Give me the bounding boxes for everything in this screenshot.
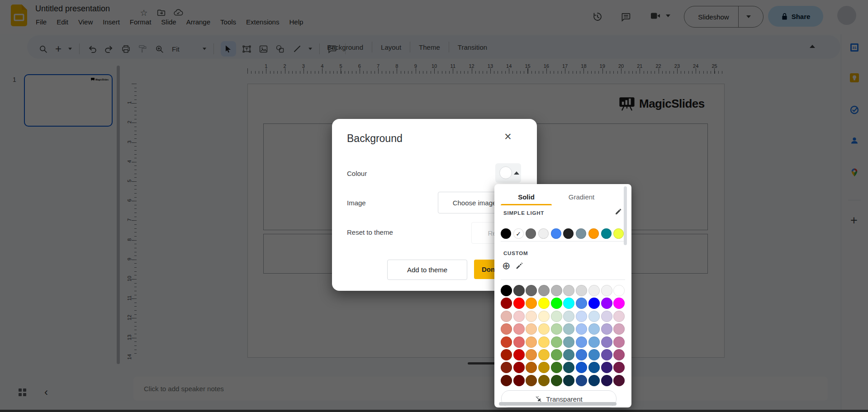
- palette-color-swatch[interactable]: [551, 323, 562, 335]
- palette-color-swatch[interactable]: [526, 311, 537, 322]
- palette-color-swatch[interactable]: [538, 298, 550, 309]
- palette-color-swatch[interactable]: [563, 349, 574, 360]
- theme-color-swatch[interactable]: [538, 228, 549, 239]
- palette-color-swatch[interactable]: [576, 298, 587, 309]
- palette-color-swatch[interactable]: [601, 311, 612, 322]
- theme-color-swatch[interactable]: [501, 228, 511, 239]
- palette-color-swatch[interactable]: [501, 311, 512, 322]
- palette-color-swatch[interactable]: [551, 375, 562, 386]
- palette-color-swatch[interactable]: [538, 323, 550, 335]
- palette-color-swatch[interactable]: [613, 298, 625, 309]
- theme-color-swatch[interactable]: [601, 228, 612, 239]
- palette-color-swatch[interactable]: [526, 349, 537, 360]
- palette-color-swatch[interactable]: [613, 285, 625, 296]
- palette-color-swatch[interactable]: [588, 285, 600, 296]
- palette-color-swatch[interactable]: [501, 336, 512, 348]
- palette-color-swatch[interactable]: [538, 311, 550, 322]
- palette-color-swatch[interactable]: [551, 285, 562, 296]
- palette-color-swatch[interactable]: [588, 311, 600, 322]
- picker-h-scrollbar[interactable]: [499, 402, 617, 406]
- palette-color-swatch[interactable]: [551, 349, 562, 360]
- palette-color-swatch[interactable]: [563, 311, 574, 322]
- palette-color-swatch[interactable]: [563, 298, 574, 309]
- palette-color-swatch[interactable]: [501, 323, 512, 335]
- palette-color-swatch[interactable]: [613, 323, 625, 335]
- palette-color-swatch[interactable]: [538, 362, 550, 373]
- palette-color-swatch[interactable]: [613, 375, 625, 386]
- theme-color-swatch[interactable]: [588, 228, 599, 239]
- palette-color-swatch[interactable]: [601, 285, 612, 296]
- palette-color-swatch[interactable]: [588, 349, 600, 360]
- palette-color-swatch[interactable]: [551, 336, 562, 348]
- palette-color-swatch[interactable]: [563, 285, 574, 296]
- palette-color-swatch[interactable]: [563, 336, 574, 348]
- palette-color-swatch[interactable]: [551, 311, 562, 322]
- theme-color-swatch[interactable]: [613, 228, 624, 239]
- theme-color-swatch[interactable]: [563, 228, 574, 239]
- palette-color-swatch[interactable]: [613, 349, 625, 360]
- colour-swatch-button[interactable]: [495, 163, 521, 183]
- palette-color-swatch[interactable]: [501, 298, 512, 309]
- palette-color-swatch[interactable]: [513, 349, 525, 360]
- theme-color-swatch[interactable]: [551, 228, 561, 239]
- palette-color-swatch[interactable]: [513, 285, 525, 296]
- palette-color-swatch[interactable]: [538, 349, 550, 360]
- palette-color-swatch[interactable]: [576, 362, 587, 373]
- palette-color-swatch[interactable]: [601, 336, 612, 348]
- eyedropper-icon[interactable]: [515, 262, 523, 270]
- palette-color-swatch[interactable]: [576, 311, 587, 322]
- palette-color-swatch[interactable]: [588, 375, 600, 386]
- palette-color-swatch[interactable]: [563, 375, 574, 386]
- palette-color-swatch[interactable]: [526, 323, 537, 335]
- palette-color-swatch[interactable]: [601, 362, 612, 373]
- palette-color-swatch[interactable]: [501, 375, 512, 386]
- palette-color-swatch[interactable]: [588, 323, 600, 335]
- palette-color-swatch[interactable]: [601, 349, 612, 360]
- palette-color-swatch[interactable]: [576, 285, 587, 296]
- palette-color-swatch[interactable]: [513, 336, 525, 348]
- palette-color-swatch[interactable]: [576, 323, 587, 335]
- palette-color-swatch[interactable]: [613, 362, 625, 373]
- palette-color-swatch[interactable]: [576, 349, 587, 360]
- tab-solid[interactable]: Solid: [501, 190, 552, 204]
- edit-theme-colors-icon[interactable]: [615, 208, 622, 215]
- palette-color-swatch[interactable]: [576, 336, 587, 348]
- palette-color-swatch[interactable]: [538, 336, 550, 348]
- palette-color-swatch[interactable]: [588, 298, 600, 309]
- picker-v-scrollbar[interactable]: [624, 186, 627, 245]
- palette-color-swatch[interactable]: [588, 336, 600, 348]
- palette-color-swatch[interactable]: [563, 323, 574, 335]
- palette-color-swatch[interactable]: [588, 362, 600, 373]
- palette-color-swatch[interactable]: [513, 311, 525, 322]
- palette-color-swatch[interactable]: [513, 298, 525, 309]
- add-custom-color-icon[interactable]: ⊕: [502, 261, 510, 271]
- tab-gradient[interactable]: Gradient: [556, 190, 607, 204]
- palette-color-swatch[interactable]: [513, 323, 525, 335]
- palette-color-swatch[interactable]: [526, 362, 537, 373]
- palette-color-swatch[interactable]: [613, 311, 625, 322]
- palette-color-swatch[interactable]: [501, 349, 512, 360]
- palette-color-swatch[interactable]: [526, 375, 537, 386]
- palette-color-swatch[interactable]: [526, 298, 537, 309]
- palette-color-swatch[interactable]: [526, 336, 537, 348]
- palette-color-swatch[interactable]: [551, 362, 562, 373]
- theme-color-swatch[interactable]: [576, 228, 586, 239]
- palette-color-swatch[interactable]: [551, 298, 562, 309]
- palette-color-swatch[interactable]: [601, 323, 612, 335]
- palette-color-swatch[interactable]: [526, 285, 537, 296]
- theme-color-swatch-selected[interactable]: ✓: [513, 228, 524, 239]
- palette-color-swatch[interactable]: [501, 362, 512, 373]
- palette-color-swatch[interactable]: [601, 298, 612, 309]
- theme-color-swatch[interactable]: [526, 228, 536, 239]
- palette-color-swatch[interactable]: [613, 336, 625, 348]
- palette-color-swatch[interactable]: [513, 362, 525, 373]
- add-to-theme-button[interactable]: Add to theme: [387, 260, 467, 280]
- palette-color-swatch[interactable]: [513, 375, 525, 386]
- palette-color-swatch[interactable]: [538, 375, 550, 386]
- palette-color-swatch[interactable]: [501, 285, 512, 296]
- palette-color-swatch[interactable]: [563, 362, 574, 373]
- palette-color-swatch[interactable]: [601, 375, 612, 386]
- close-icon[interactable]: ×: [504, 131, 512, 143]
- palette-color-swatch[interactable]: [576, 375, 587, 386]
- palette-color-swatch[interactable]: [538, 285, 550, 296]
